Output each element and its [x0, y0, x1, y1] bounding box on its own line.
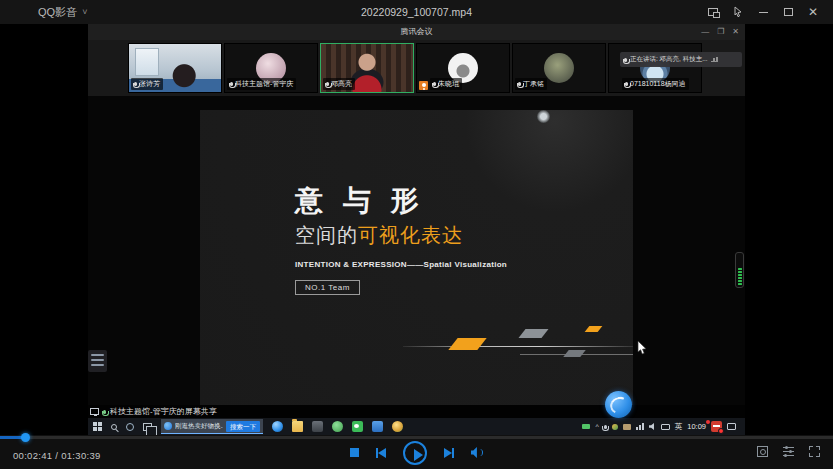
- participant-name: 张诗芳: [139, 79, 160, 89]
- volume-button[interactable]: [471, 447, 484, 458]
- participant-tile: 丁承铭: [512, 43, 606, 93]
- speaking-indicator-text: 正在讲话: 邓高亮, 科技主...: [630, 55, 708, 64]
- action-center-icon: [727, 423, 736, 430]
- miniplayer-icon: [708, 8, 718, 16]
- chevron-down-icon: ˅: [82, 7, 87, 17]
- screen-share-banner: 科技主题馆-管宇庆的屏幕共享: [88, 405, 745, 418]
- screenshot-button[interactable]: [757, 446, 768, 457]
- participant-name-label: 071810118杨同迪: [622, 78, 689, 90]
- participant-name: 071810118杨同迪: [630, 79, 686, 89]
- video-stage[interactable]: 腾讯会议 — ❐ ✕ 张诗芳: [0, 24, 833, 435]
- mic-icon: [103, 410, 106, 414]
- play-button[interactable]: [403, 441, 427, 465]
- audio-level-meter: [735, 252, 744, 288]
- slide-english-line: INTENTION & EXPRESSION——Spatial Visualiz…: [295, 260, 507, 269]
- cortana-icon: [126, 423, 134, 431]
- keyboard-icon: [661, 424, 670, 430]
- slide-glow-decoration: [537, 110, 550, 123]
- participant-name-label: 朱晓琨: [430, 78, 462, 90]
- close-button[interactable]: ✕: [807, 6, 819, 18]
- floating-widget-panel: [88, 350, 107, 372]
- participant-name: 科技主题馆-管宇庆: [235, 79, 293, 89]
- tray-folder-icon: [623, 424, 631, 430]
- speaker-icon: [649, 423, 656, 430]
- browser-app-icon: [272, 421, 283, 432]
- recorded-taskbar: 刚逛热卖好物换.. 搜索一下 ^: [88, 418, 745, 435]
- seek-bar[interactable]: [0, 436, 833, 439]
- browser-taskbar-item: 刚逛热卖好物换.. 搜索一下: [161, 419, 263, 434]
- slide-parallelogram-orange: [448, 338, 486, 350]
- fullscreen-button[interactable]: [809, 446, 820, 457]
- team-badge: NO.1 Team: [295, 280, 360, 295]
- wechat-icon: [352, 421, 363, 432]
- speaking-indicator-tooltip: 正在讲话: 邓高亮, 科技主...: [620, 52, 742, 67]
- slide-subtitle-prefix: 空间的: [295, 224, 358, 246]
- slide-title: 意 与 形: [295, 182, 425, 220]
- participant-name: 邓高亮: [331, 79, 352, 89]
- minimize-button[interactable]: [757, 6, 769, 18]
- chevron-up-icon: ^: [595, 423, 598, 430]
- participant-name-label: 邓高亮: [323, 78, 355, 90]
- player-tools: [757, 446, 820, 457]
- player-control-bar: 00:02:41 / 01:30:39: [0, 435, 833, 469]
- member-badge-icon: [419, 81, 428, 90]
- meeting-minimize-icon: —: [701, 28, 709, 36]
- signal-icon: [711, 57, 718, 62]
- video-frame: 腾讯会议 — ❐ ✕ 张诗芳: [88, 24, 745, 435]
- participant-name-label: 丁承铭: [515, 78, 547, 90]
- participant-strip: 张诗芳 科技主题馆-管宇庆 邓高亮: [88, 40, 745, 96]
- time-display: 00:02:41 / 01:30:39: [13, 450, 101, 461]
- next-button[interactable]: [444, 448, 454, 458]
- search-icon: [111, 424, 117, 430]
- mic-icon: [604, 425, 607, 429]
- playlist-button[interactable]: [783, 446, 794, 457]
- app-name: QQ影音: [38, 5, 77, 20]
- maximize-button[interactable]: [782, 6, 794, 18]
- seek-knob[interactable]: [21, 433, 30, 442]
- app-menu-button[interactable]: QQ影音 ˅: [0, 5, 87, 20]
- participant-tile: 张诗芳: [128, 43, 222, 93]
- slide-parallelogram-gray-small: [563, 350, 585, 357]
- gold-app-icon: [392, 421, 403, 432]
- pin-button[interactable]: [732, 6, 744, 18]
- window-controls: ✕: [707, 6, 833, 18]
- meeting-window-controls: — ❐ ✕: [701, 24, 739, 40]
- participant-tile: 071810118杨同迪: [608, 43, 702, 93]
- mic-icon: [625, 82, 628, 86]
- notification-dot: [706, 420, 710, 424]
- search-button: 搜索一下: [226, 421, 260, 432]
- browser-item-label: 刚逛热卖好物换..: [175, 422, 223, 431]
- shared-screen-area: 意 与 形 空间的可视化表达 INTENTION & EXPRESSION——S…: [88, 96, 745, 405]
- red-notification-app-icon: [711, 421, 722, 432]
- participant-name: 朱晓琨: [438, 79, 459, 89]
- video-filename: 20220929_100707.mp4: [361, 0, 472, 24]
- stop-button[interactable]: [350, 448, 359, 457]
- participant-tile: 朱晓琨: [416, 43, 510, 93]
- blue-floating-ball-icon: [605, 391, 632, 418]
- player-titlebar: QQ影音 ˅ 20220929_100707.mp4 ✕: [0, 0, 833, 24]
- blue-app-icon: [372, 421, 383, 432]
- system-tray: ^ 英 10:09: [582, 421, 740, 432]
- meeting-titlebar: 腾讯会议 — ❐ ✕: [88, 24, 745, 40]
- network-signal-icon: [636, 423, 644, 430]
- qq-player-window: QQ影音 ˅ 20220929_100707.mp4 ✕ 腾讯会议 — ❐ ✕: [0, 0, 833, 469]
- task-view-icon: [143, 423, 152, 431]
- participant-name-label: 张诗芳: [131, 78, 163, 90]
- file-explorer-icon: [292, 421, 303, 432]
- mic-icon: [230, 82, 233, 86]
- taskbar-clock: 10:09: [687, 422, 706, 431]
- screen-share-banner-text: 科技主题馆-管宇庆的屏幕共享: [110, 406, 217, 417]
- slide-parallelogram-orange-small: [585, 326, 603, 332]
- browser-favicon-icon: [164, 422, 172, 430]
- participant-name-label: 科技主题馆-管宇庆: [227, 78, 296, 90]
- pin-icon: [733, 6, 743, 18]
- participant-tile: 科技主题馆-管宇庆: [224, 43, 318, 93]
- battery-icon: [582, 424, 590, 429]
- slide-decoration-line: [403, 346, 633, 347]
- minimize-icon: [759, 12, 768, 13]
- slide-parallelogram-gray: [518, 329, 548, 338]
- miniplayer-button[interactable]: [707, 6, 719, 18]
- monitor-icon: [90, 408, 99, 415]
- start-button-icon: [93, 422, 102, 431]
- previous-button[interactable]: [376, 448, 386, 458]
